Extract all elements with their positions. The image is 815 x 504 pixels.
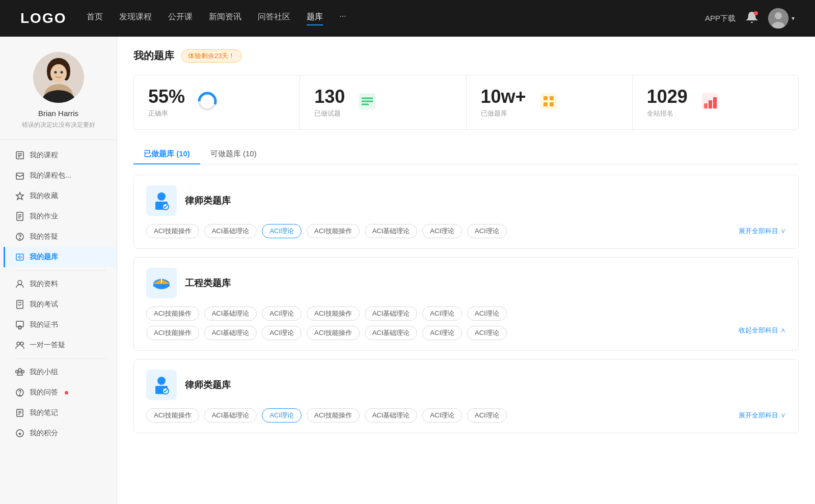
tag-item[interactable]: ACI理论 — [422, 224, 462, 238]
svg-point-1 — [775, 12, 782, 19]
svg-marker-18 — [16, 192, 23, 200]
svg-point-9 — [50, 64, 67, 82]
sidebar-item-homework[interactable]: 我的作业 — [5, 206, 117, 227]
sidebar-item-packages[interactable]: 我的课程包... — [5, 165, 117, 186]
tag-item[interactable]: ACI理论 — [262, 306, 302, 321]
page-title: 我的题库 — [133, 49, 174, 63]
tag-item[interactable]: ACI基础理论 — [365, 224, 418, 238]
tag-item[interactable]: ACI基础理论 — [204, 326, 257, 340]
bank-card-lawyer-1: 律师类题库 ACI技能操作 ACI基础理论 ACI理论 ACI技能操作 ACI基… — [133, 175, 799, 249]
header: LOGO 首页 发现课程 公开课 新闻资讯 问答社区 题库 ··· APP下载 — [0, 0, 815, 37]
tag-item[interactable]: ACI基础理论 — [204, 306, 257, 321]
engineer-tags-row1: ACI技能操作 ACI基础理论 ACI理论 ACI技能操作 ACI基础理论 AC… — [146, 306, 786, 321]
bank-card-engineer: 工程类题库 ACI技能操作 ACI基础理论 ACI理论 ACI技能操作 ACI基… — [133, 257, 799, 351]
sidebar: Brian Harris 错误的决定比没有决定要好 我的课程 我的课程包... — [0, 37, 117, 504]
tag-item[interactable]: ACI基础理论 — [365, 306, 418, 321]
tag-item[interactable]: ACI技能操作 — [146, 326, 199, 340]
sidebar-item-courses[interactable]: 我的课程 — [5, 145, 117, 165]
tag-item[interactable]: ACI基础理论 — [365, 408, 418, 423]
tag-item[interactable]: ACI技能操作 — [307, 326, 360, 340]
svg-point-24 — [19, 238, 20, 239]
nav-news[interactable]: 新闻资讯 — [209, 12, 241, 25]
tag-item[interactable]: ACI理论 — [467, 224, 507, 238]
sidebar-item-favorites[interactable]: 我的收藏 — [5, 186, 117, 206]
collapse-link[interactable]: 收起全部科目 ∧ — [739, 326, 786, 340]
tag-item[interactable]: ACI技能操作 — [146, 408, 199, 423]
nav-qa[interactable]: 问答社区 — [258, 12, 290, 25]
svg-rect-17 — [16, 173, 23, 179]
sidebar-item-cert[interactable]: 我的证书 — [5, 315, 117, 335]
homework-icon — [15, 212, 24, 221]
page-header: 我的题库 体验剩余23天！ — [133, 49, 799, 63]
tab-done[interactable]: 已做题库 (10) — [133, 144, 200, 164]
engineer-bank-title: 工程类题库 — [185, 277, 231, 289]
sidebar-item-notes[interactable]: 我的笔记 — [5, 403, 117, 423]
lawyer-bank-title-2: 律师类题库 — [185, 379, 231, 391]
user-avatar-button[interactable]: ▾ — [768, 8, 795, 29]
sidebar-item-qa[interactable]: 我的答疑 — [5, 227, 117, 247]
bank-icon — [15, 253, 24, 262]
tag-item[interactable]: ACI技能操作 — [307, 408, 360, 423]
nav: 首页 发现课程 公开课 新闻资讯 问答社区 题库 ··· — [87, 12, 685, 25]
nav-open-course[interactable]: 公开课 — [168, 12, 193, 25]
svg-point-50 — [203, 97, 211, 105]
tag-item[interactable]: ACI理论 — [467, 306, 507, 321]
tag-item[interactable]: ACI理论 — [467, 408, 507, 423]
stat-banks-done: 10w+ 已做题库 — [467, 75, 633, 129]
stat-accuracy: 55% 正确率 — [134, 75, 300, 129]
profile-icon — [15, 279, 24, 289]
ranking-label: 全站排名 — [647, 109, 688, 118]
tag-item[interactable]: ACI基础理论 — [204, 408, 257, 423]
nav-discover[interactable]: 发现课程 — [119, 12, 152, 25]
tag-item[interactable]: ACI理论 — [422, 326, 462, 340]
nav-home[interactable]: 首页 — [87, 12, 103, 25]
main-content: 我的题库 体验剩余23天！ 55% 正确率 — [117, 37, 815, 504]
tag-item[interactable]: ACI理论 — [422, 306, 462, 321]
sidebar-item-one-on-one[interactable]: 一对一答疑 — [5, 335, 117, 355]
tag-item[interactable]: ACI理论 — [422, 408, 462, 423]
tag-item[interactable]: ACI技能操作 — [146, 306, 199, 321]
group-icon — [15, 368, 24, 377]
svg-point-64 — [157, 192, 166, 201]
nav-more[interactable]: ··· — [339, 12, 346, 25]
notification-bell[interactable] — [746, 11, 758, 25]
avatar — [33, 52, 84, 103]
svg-rect-69 — [153, 284, 170, 287]
accuracy-value: 55% — [148, 87, 185, 107]
sidebar-item-points[interactable]: ★ 我的积分 — [5, 423, 117, 443]
tag-item[interactable]: ACI基础理论 — [204, 224, 257, 238]
expand-link-1[interactable]: 展开全部科目 ∨ — [739, 227, 786, 236]
svg-point-11 — [60, 71, 63, 74]
sidebar-item-exam[interactable]: 我的考试 — [5, 294, 117, 315]
exam-icon — [15, 300, 24, 309]
tag-item[interactable]: ACI理论 — [467, 326, 507, 340]
accuracy-label: 正确率 — [148, 109, 185, 118]
cert-icon — [15, 320, 24, 329]
sidebar-item-my-bank[interactable]: 我的题库 — [4, 247, 117, 267]
svg-point-38 — [16, 371, 18, 373]
tag-item-active[interactable]: ACI理论 — [262, 408, 302, 423]
logo: LOGO — [20, 10, 66, 26]
tag-item[interactable]: ACI基础理论 — [365, 326, 418, 340]
tab-available[interactable]: 可做题库 (10) — [200, 144, 267, 164]
tag-item[interactable]: ACI技能操作 — [307, 224, 360, 238]
tag-item[interactable]: ACI技能操作 — [146, 224, 199, 238]
sidebar-menu: 我的课程 我的课程包... 我的收藏 我的作业 — [0, 145, 117, 443]
tag-item-active[interactable]: ACI理论 — [262, 224, 302, 238]
tag-item[interactable]: ACI理论 — [262, 326, 302, 340]
sidebar-item-qanda[interactable]: 我的问答 — [5, 382, 117, 403]
profile-name: Brian Harris — [38, 109, 78, 118]
tag-item[interactable]: ACI技能操作 — [307, 306, 360, 321]
svg-point-71 — [157, 377, 166, 385]
svg-point-39 — [22, 371, 24, 373]
sidebar-item-profile[interactable]: 我的资料 — [5, 274, 117, 294]
nav-question-bank[interactable]: 题库 — [307, 12, 323, 25]
chevron-down-icon: ▾ — [792, 15, 795, 22]
sidebar-item-group[interactable]: 我的小组 — [5, 362, 117, 382]
qanda-dot — [65, 391, 68, 395]
svg-point-29 — [18, 281, 22, 285]
expand-link-2[interactable]: 展开全部科目 ∨ — [739, 411, 786, 420]
stats-row: 55% 正确率 130 已做试题 — [133, 75, 799, 130]
svg-rect-30 — [17, 300, 23, 309]
app-download-button[interactable]: APP下载 — [705, 14, 736, 23]
